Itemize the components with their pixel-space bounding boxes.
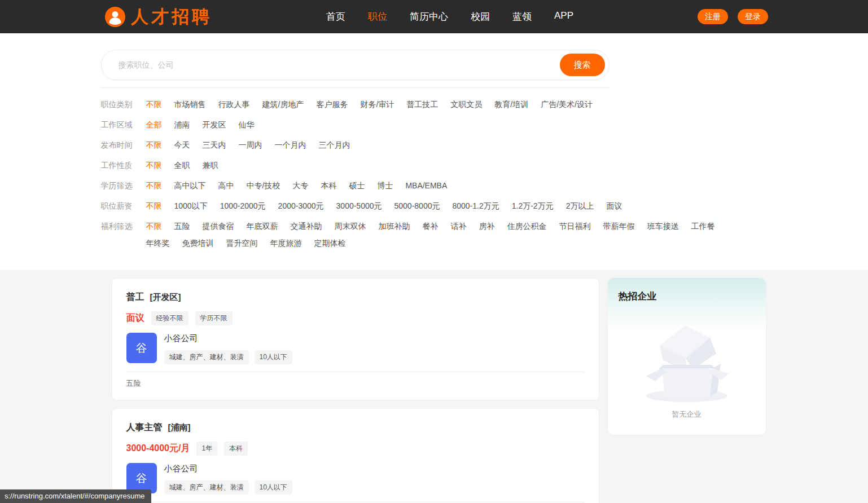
filter-option[interactable]: 不限 <box>146 99 162 110</box>
job-card[interactable]: 普工[开发区]面议经验不限学历不限谷小谷公司城建、房产、建材、装潢10人以下五险 <box>112 279 599 400</box>
login-button[interactable]: 登录 <box>738 9 768 24</box>
filter-option[interactable]: 晋升空间 <box>226 237 258 249</box>
job-card[interactable]: 人事主管[浦南]3000-4000元/月1年本科谷小谷公司城建、房产、建材、装潢… <box>112 409 599 503</box>
filter-option[interactable]: 高中以下 <box>174 180 206 191</box>
filter-option[interactable]: 市场销售 <box>174 99 206 110</box>
filter-option[interactable]: 财务/审计 <box>360 99 394 110</box>
filter-option[interactable]: 不限 <box>146 180 162 191</box>
filter-option[interactable]: 2000-3000元 <box>278 200 324 211</box>
filter-option[interactable]: 行政人事 <box>218 99 250 110</box>
person-icon <box>104 6 126 28</box>
filter-option[interactable]: 年终奖 <box>146 237 170 249</box>
filter-option[interactable]: 1.2万-2万元 <box>512 200 554 211</box>
company-tag: 10人以下 <box>255 480 292 495</box>
job-list: 普工[开发区]面议经验不限学历不限谷小谷公司城建、房产、建材、装潢10人以下五险… <box>112 279 599 503</box>
filter-options-welfare: 不限五险提供食宿年底双薪交通补助周末双休加班补助餐补话补房补住房公积金节日福利带… <box>146 220 722 249</box>
filter-option[interactable]: 加班补助 <box>379 220 410 232</box>
nav-item-resume-center[interactable]: 简历中心 <box>410 10 448 23</box>
nav-item-home[interactable]: 首页 <box>326 10 345 23</box>
filter-option[interactable]: 全部 <box>146 119 162 130</box>
filter-option[interactable]: 免费培训 <box>182 237 214 249</box>
filter-option[interactable]: 开发区 <box>203 119 226 130</box>
filter-option[interactable]: 中专/技校 <box>247 180 280 191</box>
filter-option[interactable]: 带薪年假 <box>603 220 635 232</box>
nav-item-blue-collar[interactable]: 蓝领 <box>512 10 532 23</box>
company-tag: 城建、房产、建材、装潢 <box>164 480 249 495</box>
filter-option[interactable]: 不限 <box>146 139 162 151</box>
filter-option[interactable]: 兼职 <box>203 160 218 171</box>
filter-option[interactable]: 工作餐 <box>691 220 715 232</box>
company-tag: 10人以下 <box>255 350 292 364</box>
filter-option[interactable]: 餐补 <box>423 220 439 232</box>
filter-option[interactable]: 三天内 <box>203 139 226 151</box>
filter-label-publish-time: 发布时间 <box>101 139 146 151</box>
nav-item-app[interactable]: APP <box>554 10 573 23</box>
filter-option[interactable]: 年度旅游 <box>270 237 302 249</box>
filter-option[interactable]: 5000-8000元 <box>394 200 440 211</box>
filter-option[interactable]: 定期体检 <box>314 237 346 249</box>
empty-box-illustration <box>630 313 743 406</box>
filter-option[interactable]: 周末双休 <box>335 220 366 232</box>
filter-option[interactable]: 教育/培训 <box>494 99 528 110</box>
filter-option[interactable]: 今天 <box>174 139 190 151</box>
filter-option[interactable]: 浦南 <box>174 119 190 130</box>
company-info: 小谷公司城建、房产、建材、装潢10人以下 <box>164 463 292 495</box>
site-logo[interactable]: 人才招聘 <box>104 6 212 28</box>
filter-option[interactable]: 2万以上 <box>566 200 594 211</box>
company-tag: 城建、房产、建材、装潢 <box>164 350 249 364</box>
filter-option[interactable]: 广告/美术/设计 <box>541 99 593 110</box>
job-salary-row: 3000-4000元/月1年本科 <box>126 442 585 456</box>
filter-row-job-nature: 工作性质不限全职兼职 <box>101 160 768 171</box>
filter-option[interactable]: 客户服务 <box>316 99 348 110</box>
filter-option[interactable]: 一周内 <box>239 139 262 151</box>
filter-option[interactable]: 博士 <box>377 180 393 191</box>
filter-option[interactable]: 本科 <box>321 180 336 191</box>
filter-option[interactable]: 硕士 <box>349 180 365 191</box>
filter-option[interactable]: 年底双薪 <box>247 220 278 232</box>
search-button[interactable]: 搜索 <box>560 54 605 76</box>
filter-option[interactable]: 全职 <box>174 160 190 171</box>
job-area: [开发区] <box>150 292 181 303</box>
filter-option[interactable]: 8000-1.2万元 <box>452 200 499 211</box>
filter-option[interactable]: 提供食宿 <box>203 220 234 232</box>
job-welfare: 五险 <box>126 372 585 389</box>
filter-option[interactable]: 节日福利 <box>559 220 591 232</box>
filter-label-education: 学历筛选 <box>101 180 146 191</box>
filter-option[interactable]: 不限 <box>146 160 162 171</box>
filter-option[interactable]: 三个月内 <box>319 139 350 151</box>
filter-option[interactable]: 普工技工 <box>406 99 438 110</box>
filter-label-welfare: 福利筛选 <box>101 220 146 249</box>
filter-option[interactable]: 住房公积金 <box>507 220 547 232</box>
filter-option[interactable]: 建筑/房地产 <box>262 99 304 110</box>
hot-companies-title: 热招企业 <box>608 278 766 303</box>
filter-row-publish-time: 发布时间不限今天三天内一周内一个月内三个月内 <box>101 139 768 151</box>
search-input[interactable] <box>119 60 560 69</box>
filter-option[interactable]: 一个月内 <box>275 139 306 151</box>
filter-option[interactable]: 1000以下 <box>174 200 208 211</box>
filter-option[interactable]: 不限 <box>146 200 162 211</box>
filter-option[interactable]: 五险 <box>174 220 190 232</box>
company-name: 小谷公司 <box>164 333 292 344</box>
filter-option[interactable]: 话补 <box>451 220 467 232</box>
filter-row-area: 工作区域全部浦南开发区仙华 <box>101 119 768 130</box>
filter-option[interactable]: 仙华 <box>239 119 255 130</box>
filter-option[interactable]: 高中 <box>218 180 234 191</box>
filter-label-salary: 职位薪资 <box>101 200 146 211</box>
nav-item-campus[interactable]: 校园 <box>471 10 490 23</box>
filter-option[interactable]: 交通补助 <box>291 220 322 232</box>
company-tags: 城建、房产、建材、装潢10人以下 <box>164 350 292 364</box>
filter-option[interactable]: 3000-5000元 <box>336 200 382 211</box>
filter-option[interactable]: 班车接送 <box>647 220 679 232</box>
filter-option[interactable]: 文职文员 <box>450 99 482 110</box>
filter-option[interactable]: 房补 <box>479 220 495 232</box>
auth-buttons: 注册 登录 <box>698 9 768 24</box>
filter-option[interactable]: 大专 <box>292 180 308 191</box>
register-button[interactable]: 注册 <box>698 9 728 24</box>
filter-label-area: 工作区域 <box>101 119 146 130</box>
filter-option[interactable]: 1000-2000元 <box>220 200 266 211</box>
nav-item-jobs[interactable]: 职位 <box>368 10 387 23</box>
filter-option[interactable]: MBA/EMBA <box>405 180 447 191</box>
filter-option[interactable]: 不限 <box>146 220 162 232</box>
job-area: [浦南] <box>168 422 191 433</box>
filter-option[interactable]: 面议 <box>606 200 622 211</box>
